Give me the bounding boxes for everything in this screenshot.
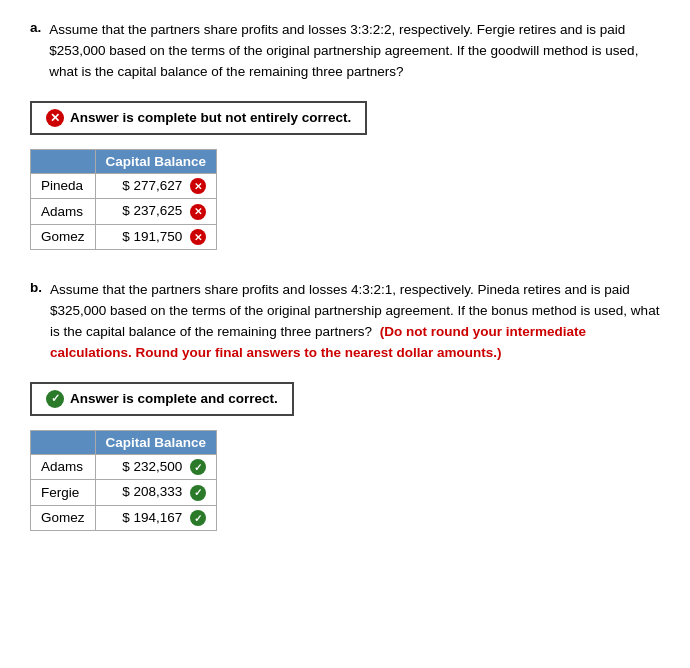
table-row: Pineda$ 277,627 ✕: [31, 173, 217, 198]
cell-correct-icon: ✓: [190, 485, 206, 501]
table-row: Adams$ 237,625 ✕: [31, 199, 217, 224]
part-a-question: Assume that the partners share profits a…: [49, 20, 660, 83]
cell-incorrect-icon: ✕: [190, 204, 206, 220]
part-b-answer-status: ✓ Answer is complete and correct.: [46, 390, 278, 408]
capital-balance-cell: $ 208,333 ✓: [95, 480, 217, 505]
incorrect-icon: ✕: [46, 109, 64, 127]
part-b-section: b. Assume that the partners share profit…: [30, 280, 660, 531]
capital-balance-cell: $ 232,500 ✓: [95, 454, 217, 479]
partner-name: Pineda: [31, 173, 96, 198]
cell-incorrect-icon: ✕: [190, 229, 206, 245]
part-b-table: Capital Balance Adams$ 232,500 ✓Fergie$ …: [30, 430, 217, 531]
capital-balance-cell: $ 237,625 ✕: [95, 199, 217, 224]
partner-name: Gomez: [31, 505, 96, 530]
capital-balance-cell: $ 277,627 ✕: [95, 173, 217, 198]
capital-balance-cell: $ 191,750 ✕: [95, 224, 217, 249]
cell-correct-icon: ✓: [190, 459, 206, 475]
part-b-answer-box: ✓ Answer is complete and correct.: [30, 382, 294, 416]
part-a-balance-col-header: Capital Balance: [95, 149, 217, 173]
part-b-status-text: Answer is complete and correct.: [70, 391, 278, 406]
part-b-name-col-header: [31, 430, 96, 454]
partner-name: Fergie: [31, 480, 96, 505]
part-a-status-text: Answer is complete but not entirely corr…: [70, 110, 351, 125]
partner-name: Gomez: [31, 224, 96, 249]
partner-name: Adams: [31, 454, 96, 479]
part-a-name-col-header: [31, 149, 96, 173]
part-b-label: b.: [30, 280, 42, 295]
correct-icon: ✓: [46, 390, 64, 408]
table-row: Gomez$ 191,750 ✕: [31, 224, 217, 249]
part-a-table: Capital Balance Pineda$ 277,627 ✕Adams$ …: [30, 149, 217, 250]
cell-incorrect-icon: ✕: [190, 178, 206, 194]
partner-name: Adams: [31, 199, 96, 224]
part-a-answer-box: ✕ Answer is complete but not entirely co…: [30, 101, 367, 135]
part-a-label: a.: [30, 20, 41, 35]
cell-correct-icon: ✓: [190, 510, 206, 526]
table-row: Fergie$ 208,333 ✓: [31, 480, 217, 505]
part-b-balance-col-header: Capital Balance: [95, 430, 217, 454]
part-a-answer-status: ✕ Answer is complete but not entirely co…: [46, 109, 351, 127]
table-row: Adams$ 232,500 ✓: [31, 454, 217, 479]
part-a-section: a. Assume that the partners share profit…: [30, 20, 660, 250]
capital-balance-cell: $ 194,167 ✓: [95, 505, 217, 530]
table-row: Gomez$ 194,167 ✓: [31, 505, 217, 530]
